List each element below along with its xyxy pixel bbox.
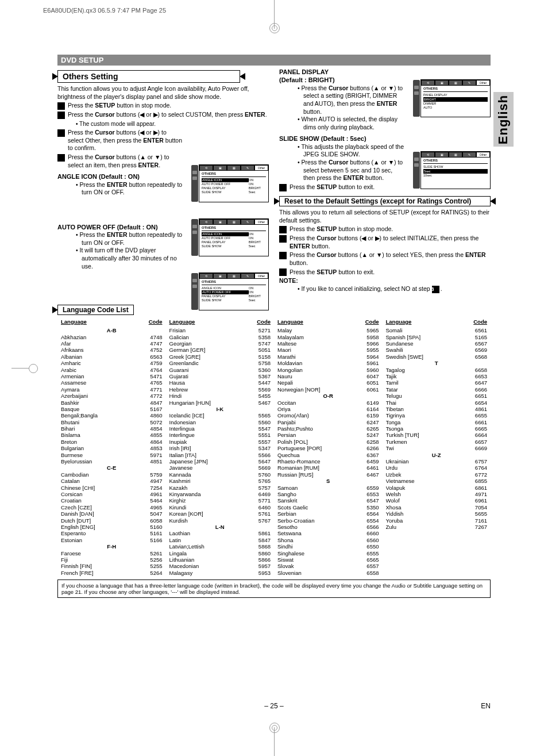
- osd-title: OTHERS: [423, 159, 488, 164]
- lang-row: Javanese5669: [169, 465, 271, 471]
- lang-row: Polish [POL]6258: [277, 439, 379, 445]
- lang-row: Samoan6559: [277, 485, 379, 491]
- lang-row: Kirundi6460: [169, 504, 271, 511]
- osd-title: OTHERS: [202, 280, 266, 285]
- lang-row: Sanskrit6547: [277, 497, 379, 504]
- lang-row: Cambodian5759: [61, 471, 163, 478]
- lang-row: Kannada5760: [169, 471, 271, 478]
- lang-row: Azerbaijani4772: [61, 393, 163, 399]
- lang-row: Bhutani5072: [61, 419, 163, 425]
- lang-row: Burmese5971: [61, 452, 163, 458]
- remote-icon: [413, 152, 420, 189]
- remote-icon: [413, 80, 420, 117]
- num-4b-icon: 4: [279, 268, 287, 276]
- lang-row: Urdu6764: [386, 465, 488, 471]
- lang-row: Wolof6961: [386, 497, 488, 504]
- language-footnote: If you choose a language that has a thre…: [57, 580, 491, 598]
- lang-row: Basque5167: [61, 406, 163, 412]
- page-number: – 25 –: [0, 702, 548, 710]
- lang-row: Danish [DAN]5047: [61, 511, 163, 517]
- panel-heading: PANEL DISPLAY: [279, 68, 491, 76]
- lang-row: Icelandic [ICE]5565: [169, 412, 271, 419]
- lang-row: Bislama4855: [61, 432, 163, 438]
- lang-row: Sundanese6567: [386, 340, 488, 347]
- lang-row: Georgian5747: [169, 340, 271, 347]
- lang-row: Serbo-Croatian6554: [277, 517, 379, 524]
- remote-icon: [191, 273, 198, 310]
- right-column: PANEL DISPLAY (Default : BRIGHT) • Press…: [279, 68, 491, 293]
- lang-row: Malagasy5953: [169, 570, 271, 576]
- lang-row: Panjabi6247: [277, 419, 379, 425]
- lang-row: Welsh4971: [386, 491, 488, 497]
- lang-row: Tonga6661: [386, 419, 488, 425]
- lang-row: Greek [GRE]5158: [169, 354, 271, 360]
- lang-row: Tagalog6658: [386, 367, 488, 373]
- lang-row: Guarani5360: [169, 367, 271, 373]
- lang-row: Spanish [SPA]5165: [386, 334, 488, 340]
- osd-title: OTHERS: [423, 87, 488, 92]
- lang-row: Tigrinya6655: [386, 412, 488, 419]
- lang-row: Portuguese [POR]6266: [277, 445, 379, 451]
- lang-row: Malay5965: [277, 327, 379, 333]
- language-tab: English: [493, 92, 514, 147]
- others-heading: Others Setting: [57, 70, 240, 83]
- note-text: • If you like to cancel initializing, se…: [298, 285, 491, 293]
- lang-row: Amharic4759: [61, 360, 163, 366]
- lang-row: Frisian5271: [169, 327, 271, 333]
- reset-heading: Reset to the Default Settings (except fo…: [279, 196, 491, 206]
- lang-row: Byelorussian4851: [61, 458, 163, 465]
- reset-step-2: 2 Press the Cursor buttons (◀ or ▶) to s…: [279, 235, 491, 250]
- lang-row: Xhosa7054: [386, 504, 488, 511]
- num-3b-icon: 3: [279, 252, 287, 259]
- num-5-icon: 5: [279, 184, 287, 191]
- lang-row: Ukrainian6757: [386, 458, 488, 465]
- lang-row: Kashmiri5765: [169, 478, 271, 484]
- lang-row: Irish [IRI]5347: [169, 445, 271, 451]
- lang-row: Mongolian5960: [277, 367, 379, 373]
- lang-row: German [GER]5051: [169, 347, 271, 353]
- lang-row: Inupiak5557: [169, 439, 271, 445]
- lang-row: Assamese4765: [61, 379, 163, 386]
- osd-subtitle: SLIDE SHOW: [423, 165, 488, 170]
- lang-row: Corsican4961: [61, 491, 163, 497]
- lang-row: Norwegian [NOR]6061: [277, 386, 379, 393]
- lang-row: Interlingue5551: [169, 432, 271, 438]
- lang-row: Maori5955: [277, 347, 379, 353]
- lang-row: Somali6561: [386, 327, 488, 333]
- lang-row: Occitan6149: [277, 400, 379, 406]
- osd-title: OTHERS: [202, 226, 266, 231]
- lang-row: Hebrew5569: [169, 386, 271, 393]
- lang-row: French [FRE]5264: [61, 570, 163, 576]
- lang-row: Latvian;Lettish5868: [169, 543, 271, 550]
- lang-row: Interlingua5547: [169, 425, 271, 432]
- lang-row: Singhalese6555: [277, 550, 379, 557]
- num-4-icon: 4: [57, 154, 65, 162]
- lang-row: Russian [RUS]6467: [277, 471, 379, 478]
- note-label: NOTE:: [279, 277, 491, 285]
- lang-row: Volapuk6861: [386, 485, 488, 491]
- lang-row: Korean [KOR]5761: [169, 511, 271, 517]
- lang-row: Kazakh5757: [169, 485, 271, 491]
- lang-row: Siswat6565: [277, 557, 379, 563]
- lang-row: Sesotho6566: [277, 524, 379, 530]
- lang-row: Esperanto5161: [61, 530, 163, 536]
- lang-row: Maltese5966: [277, 340, 379, 347]
- lang-row: Sindhi6550: [277, 543, 379, 550]
- lang-row: Oromo(Afan)6159: [277, 412, 379, 419]
- step-2-sub: • The custom mode will appear.: [76, 120, 269, 128]
- lang-row: Tamil6647: [386, 379, 488, 386]
- lang-row: Malayalam5958: [277, 334, 379, 340]
- num-3c-icon: 3: [432, 286, 439, 293]
- lang-row: Indonesian5560: [169, 419, 271, 425]
- lang-row: Bulgarian4853: [61, 445, 163, 451]
- crop-mark-top-icon: [274, 0, 275, 29]
- lang-row: Zulu7267: [386, 524, 488, 530]
- lang-row: Faroese5261: [61, 550, 163, 557]
- lang-row: Fiji5256: [61, 557, 163, 563]
- lang-row: Afrikaans4752: [61, 347, 163, 353]
- lang-row: Tsonga6665: [386, 425, 488, 432]
- slide-heading: SLIDE SHOW (Default : 5sec): [279, 135, 491, 143]
- lang-row: Catalan4947: [61, 478, 163, 484]
- num-2-icon: 2: [57, 112, 65, 119]
- step-2: 2 Press the Cursor buttons (◀ or ▶) to s…: [57, 111, 269, 119]
